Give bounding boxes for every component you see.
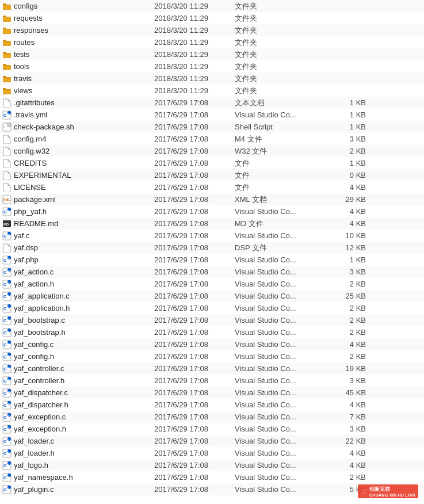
file-name-cell: C + yaf_dispatcher.h: [2, 400, 152, 410]
table-row[interactable]: C + yaf_exception.h 2017/6/29 17:08 Visu…: [0, 423, 424, 435]
vs-icon: C +: [2, 316, 12, 325]
table-row[interactable]: C + yaf_exception.c 2017/6/29 17:08 Visu…: [0, 411, 424, 423]
table-row[interactable]: C + yaf_bootstrap.h 2017/6/29 17:08 Visu…: [0, 326, 424, 338]
file-name-cell: EXPERIMENTAL: [2, 171, 152, 180]
file-type: Visual Studio Co...: [232, 268, 336, 276]
file-name-cell: C + yaf_namespace.h: [2, 473, 152, 482]
table-row[interactable]: C + yaf_bootstrap.c 2017/6/29 17:08 Visu…: [0, 314, 424, 326]
file-name-cell: C + yaf_application.c: [2, 292, 152, 301]
file-name-cell: C + yaf_loader.h: [2, 449, 152, 458]
table-row[interactable]: routes 2018/3/20 11:29 文件夹: [0, 36, 424, 48]
watermark: 🔴 创新互联 CHUANG XIN HU LIAN: [358, 484, 418, 498]
file-type: 文件夹: [232, 86, 336, 96]
svg-text:+: +: [8, 256, 10, 259]
table-row[interactable]: travis 2018/3/20 11:29 文件夹: [0, 72, 424, 85]
table-row[interactable]: C + yaf.c 2017/6/29 17:08 Visual Studio …: [0, 230, 424, 242]
table-row[interactable]: C + yaf_action.h 2017/6/29 17:08 Visual …: [0, 278, 424, 290]
file-name-cell: XML package.xml: [2, 195, 152, 204]
table-row[interactable]: C + yaf_application.c 2017/6/29 17:08 Vi…: [0, 290, 424, 302]
table-row[interactable]: EXPERIMENTAL 2017/6/29 17:08 文件 0 KB: [0, 169, 424, 181]
table-row[interactable]: C + yaf.php 2017/6/29 17:08 Visual Studi…: [0, 254, 424, 266]
table-row[interactable]: C + yaf_controller.c 2017/6/29 17:08 Vis…: [0, 362, 424, 375]
file-date: 2017/6/29 17:08: [152, 135, 232, 143]
vs-icon: C +: [2, 340, 12, 349]
vs-icon: C +: [2, 364, 12, 373]
table-row[interactable]: C + yaf_loader.h 2017/6/29 17:08 Visual …: [0, 447, 424, 459]
table-row[interactable]: CREDITS 2017/6/29 17:08 文件 1 KB: [0, 157, 424, 169]
file-name: yaf_logo.h: [14, 461, 48, 469]
shell-icon: >_: [2, 123, 12, 132]
file-size: 4 KB: [336, 183, 370, 192]
svg-text:C: C: [3, 451, 7, 456]
table-row[interactable]: config.w32 2017/6/29 17:08 W32 文件 2 KB: [0, 145, 424, 157]
table-row[interactable]: LICENSE 2017/6/29 17:08 文件 4 KB: [0, 181, 424, 193]
table-row[interactable]: MD README.md 2017/6/29 17:08 MD 文件 4 KB: [0, 217, 424, 230]
table-row[interactable]: C + yaf_application.h 2017/6/29 17:08 Vi…: [0, 302, 424, 314]
file-name-cell: tools: [2, 62, 152, 71]
vs-icon: C +: [2, 473, 12, 482]
table-row[interactable]: >_ check-package.sh 2017/6/29 17:08 Shel…: [0, 121, 424, 133]
file-date: 2017/6/29 17:08: [152, 183, 232, 192]
vs-icon: C +: [2, 425, 12, 434]
table-row[interactable]: tests 2018/3/20 11:29 文件夹: [0, 48, 424, 60]
table-row[interactable]: tools 2018/3/20 11:29 文件夹: [0, 60, 424, 72]
table-row[interactable]: responses 2018/3/20 11:29 文件夹: [0, 24, 424, 36]
table-row[interactable]: C + .travis.yml 2017/6/29 17:08 Visual S…: [0, 109, 424, 121]
folder-icon: [2, 62, 12, 71]
svg-text:C: C: [3, 209, 7, 215]
table-row[interactable]: C + yaf_logo.h 2017/6/29 17:08 Visual St…: [0, 459, 424, 471]
svg-text:C: C: [3, 391, 7, 396]
table-row[interactable]: C + yaf_loader.c 2017/6/29 17:08 Visual …: [0, 435, 424, 447]
file-name: .travis.yml: [14, 110, 48, 119]
file-name-cell: C + .travis.yml: [2, 110, 152, 120]
table-row[interactable]: C + yaf_controller.h 2017/6/29 17:08 Vis…: [0, 375, 424, 387]
file-name-cell: C + yaf_exception.h: [2, 425, 152, 434]
folder-icon: [2, 38, 12, 47]
table-row[interactable]: config.m4 2017/6/29 17:08 M4 文件 3 KB: [0, 133, 424, 145]
table-row[interactable]: configs 2018/3/20 11:29 文件夹: [0, 0, 424, 12]
md-icon: MD: [2, 219, 12, 228]
file-name-cell: views: [2, 86, 152, 96]
file-date: 2017/6/29 17:08: [152, 425, 232, 433]
svg-text:+: +: [8, 389, 10, 392]
svg-text:C: C: [3, 342, 7, 348]
vs-icon: C +: [2, 376, 12, 385]
file-type: W32 文件: [232, 146, 336, 156]
svg-text:>_: >_: [3, 125, 7, 129]
file-size: 3 KB: [336, 376, 370, 385]
table-row[interactable]: XML package.xml 2017/6/29 17:08 XML 文档 2…: [0, 193, 424, 205]
file-type: Visual Studio Co...: [232, 328, 336, 337]
table-row[interactable]: C + yaf_action.c 2017/6/29 17:08 Visual …: [0, 266, 424, 278]
file-size: 1 KB: [336, 159, 370, 167]
table-row[interactable]: requests 2018/3/20 11:29 文件夹: [0, 12, 424, 24]
file-size: 2 KB: [336, 280, 370, 288]
file-icon: [2, 98, 12, 108]
vs-icon: C +: [2, 268, 12, 277]
file-date: 2017/6/29 17:08: [152, 376, 232, 385]
file-name: yaf_application.h: [14, 304, 70, 312]
svg-text:+: +: [8, 461, 10, 465]
table-row[interactable]: views 2018/3/20 11:29 文件夹: [0, 85, 424, 97]
table-row[interactable]: C + yaf_dispatcher.c 2017/6/29 17:08 Vis…: [0, 387, 424, 399]
file-type: 文件: [232, 170, 336, 181]
file-type: 文本文档: [232, 98, 336, 108]
file-type: Visual Studio Co...: [232, 449, 336, 457]
file-date: 2017/6/29 17:08: [152, 388, 232, 397]
file-size: 2 KB: [336, 328, 370, 337]
table-row[interactable]: C + yaf_namespace.h 2017/6/29 17:08 Visu…: [0, 471, 424, 483]
table-row[interactable]: C + yaf_config.c 2017/6/29 17:08 Visual …: [0, 338, 424, 350]
table-row[interactable]: C + php_yaf.h 2017/6/29 17:08 Visual Stu…: [0, 205, 424, 217]
file-name-cell: C + yaf_controller.h: [2, 376, 152, 385]
table-row[interactable]: .gitattributes 2017/6/29 17:08 文本文档 1 KB: [0, 97, 424, 109]
file-size: 2 KB: [336, 473, 370, 482]
svg-text:C: C: [3, 234, 7, 239]
table-row[interactable]: C + yaf_config.h 2017/6/29 17:08 Visual …: [0, 350, 424, 362]
table-row[interactable]: yaf.dsp 2017/6/29 17:08 DSP 文件 12 KB: [0, 242, 424, 254]
svg-text:C: C: [3, 330, 7, 335]
file-icon: [2, 243, 12, 253]
file-date: 2018/3/20 11:29: [152, 38, 232, 47]
table-row[interactable]: C + yaf_dispatcher.h 2017/6/29 17:08 Vis…: [0, 399, 424, 411]
svg-text:+: +: [8, 353, 10, 356]
svg-text:+: +: [8, 437, 10, 441]
file-type: Visual Studio Co...: [232, 388, 336, 397]
